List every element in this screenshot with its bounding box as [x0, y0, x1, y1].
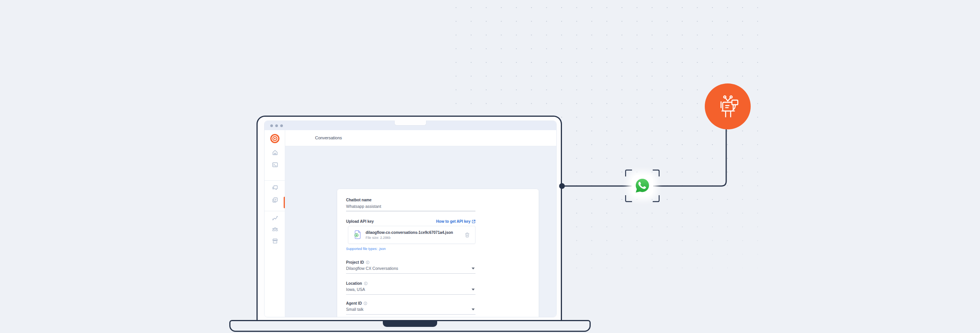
uploaded-file-card: dilaogflow-cx-conversations-1ce9c67071a4…	[348, 226, 475, 244]
illustration-canvas: Conversations Chatbot name Whatsapp assi…	[0, 0, 980, 333]
project-id-label-row: Project ID	[346, 260, 475, 264]
chatbot-badge	[705, 83, 751, 129]
app-header: Conversations	[285, 130, 556, 146]
dropdown-caret-icon	[472, 289, 475, 291]
sidebar-divider	[265, 180, 285, 181]
conversations-icon[interactable]	[265, 184, 285, 191]
chatbot-name-label: Chatbot name	[346, 198, 475, 202]
json-file-icon	[354, 230, 361, 240]
agent-id-label-row: Agent ID	[346, 301, 475, 305]
chatbot-settings-card: Chatbot name Whatsapp assistant Upload A…	[337, 189, 539, 317]
chatbot-name-value: Whatsapp assistant	[346, 204, 475, 209]
upload-api-key-row: Upload API key How to get API key	[346, 219, 475, 224]
window-control-minimize[interactable]	[275, 124, 278, 127]
terminal-icon[interactable]	[265, 162, 285, 168]
location-label-row: Location	[346, 281, 475, 286]
templates-icon[interactable]	[265, 197, 285, 203]
dropdown-caret-icon	[472, 309, 475, 310]
browser-window: Conversations Chatbot name Whatsapp assi…	[264, 121, 557, 317]
brand-logo-icon[interactable]	[265, 134, 285, 144]
analytics-icon[interactable]	[265, 215, 285, 221]
delete-file-icon[interactable]	[465, 232, 470, 238]
focus-brackets-icon	[625, 170, 660, 202]
chatbot-name-field: Chatbot name	[346, 198, 475, 202]
info-icon[interactable]	[366, 261, 369, 264]
location-select[interactable]: Iowa, USA	[346, 287, 475, 295]
uploaded-file-size: File size: 2.29kb	[366, 236, 461, 240]
store-icon[interactable]	[265, 238, 285, 244]
location-label: Location	[346, 281, 362, 286]
uploaded-file-name: dilaogflow-cx-conversations-1ce9c67071a4…	[366, 230, 461, 235]
whatsapp-badge	[625, 170, 660, 202]
project-id-select[interactable]: Dilaogflow CX Conversations	[346, 266, 475, 274]
window-control-close[interactable]	[270, 124, 273, 127]
how-to-get-api-key-link[interactable]: How to get API key	[436, 219, 475, 224]
laptop-base-notch	[383, 321, 437, 327]
project-id-value: Dilaogflow CX Conversations	[346, 266, 475, 271]
external-link-icon	[472, 220, 475, 223]
info-icon[interactable]	[364, 302, 367, 305]
laptop-base	[229, 320, 591, 332]
team-icon[interactable]	[265, 226, 285, 233]
content-area: Chatbot name Whatsapp assistant Upload A…	[285, 146, 556, 317]
home-icon[interactable]	[265, 149, 285, 156]
project-id-label: Project ID	[346, 260, 364, 264]
chatbot-name-input[interactable]: Whatsapp assistant	[346, 204, 475, 211]
laptop-camera-notch	[394, 121, 426, 126]
page-title: Conversations	[315, 135, 342, 140]
agent-id-label: Agent ID	[346, 301, 362, 305]
sidebar-active-indicator	[284, 197, 285, 208]
agent-id-value: Small talk	[346, 307, 475, 312]
chatbot-robot-icon	[715, 93, 740, 120]
info-icon[interactable]	[364, 282, 368, 285]
sidebar-divider	[265, 211, 285, 211]
dropdown-caret-icon	[472, 268, 475, 269]
location-value: Iowa, USA	[346, 287, 475, 292]
supported-file-types-note: Supported file types: .json	[346, 247, 475, 251]
window-control-maximize[interactable]	[280, 124, 283, 127]
agent-id-select[interactable]: Small talk	[346, 307, 475, 315]
app-sidebar	[265, 130, 285, 317]
